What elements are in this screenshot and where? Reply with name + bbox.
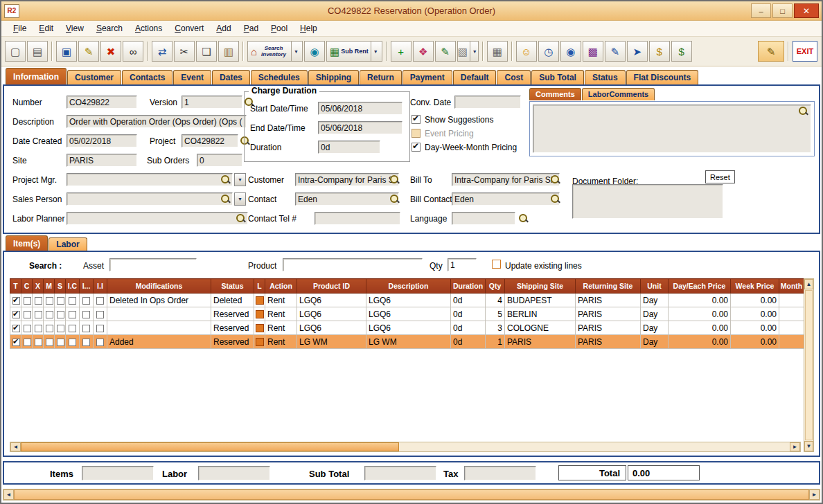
customer-field[interactable] bbox=[295, 173, 399, 186]
delete-icon[interactable]: ✖ bbox=[100, 41, 121, 62]
tab-labor[interactable]: Labor bbox=[48, 237, 87, 251]
row-checkbox[interactable] bbox=[57, 325, 64, 332]
maximize-button[interactable]: □ bbox=[772, 3, 793, 18]
row-checkbox[interactable] bbox=[35, 297, 42, 305]
chart-icon[interactable]: $ bbox=[671, 41, 692, 62]
tab-cost[interactable]: Cost bbox=[497, 70, 531, 84]
tab-return[interactable]: Return bbox=[360, 70, 402, 84]
sales-person-lookup-icon[interactable] bbox=[220, 194, 231, 204]
row-checkbox[interactable] bbox=[46, 339, 53, 346]
dropdown-icon[interactable]: ▼ bbox=[371, 42, 379, 61]
col-header-status[interactable]: Status bbox=[211, 279, 254, 294]
save-icon[interactable]: ▣ bbox=[56, 41, 77, 62]
col-header-i[interactable]: I... bbox=[80, 279, 94, 294]
comments-text-area[interactable] bbox=[533, 105, 811, 153]
table-row[interactable]: ReservedRentLGQ6LGQ60d5BERLINPARISDay0.0… bbox=[10, 307, 804, 321]
row-checkbox[interactable] bbox=[46, 297, 53, 305]
col-header-qty[interactable]: Qty bbox=[486, 279, 505, 294]
money-icon[interactable]: $ bbox=[649, 41, 670, 62]
row-checkbox[interactable] bbox=[24, 325, 31, 332]
group-icon[interactable]: ❖ bbox=[413, 41, 434, 62]
contact-lookup-icon[interactable] bbox=[389, 194, 400, 204]
tab-flat-discounts[interactable]: Flat Discounts bbox=[626, 70, 699, 84]
menu-pad[interactable]: Pad bbox=[238, 22, 265, 35]
language-lookup-icon[interactable] bbox=[518, 213, 529, 224]
col-header-s[interactable]: S bbox=[55, 279, 66, 294]
col-header-i-c[interactable]: I.C bbox=[66, 279, 80, 294]
row-checkbox[interactable] bbox=[24, 297, 31, 305]
menu-edit[interactable]: Edit bbox=[33, 22, 60, 35]
col-header-modifications[interactable]: Modifications bbox=[107, 279, 211, 294]
tab-status[interactable]: Status bbox=[585, 70, 626, 84]
row-checkbox[interactable] bbox=[35, 339, 42, 346]
document-folder-box[interactable] bbox=[572, 184, 723, 219]
vscroll-thumb[interactable] bbox=[805, 290, 813, 440]
row-checkbox[interactable] bbox=[57, 297, 64, 305]
print-icon[interactable]: ▤ bbox=[27, 41, 48, 62]
menu-convert[interactable]: Convert bbox=[168, 22, 210, 35]
row-checkbox[interactable] bbox=[96, 325, 104, 332]
report-icon[interactable]: ✎ bbox=[605, 41, 626, 62]
row-checkbox[interactable] bbox=[69, 297, 76, 305]
row-checkbox[interactable] bbox=[57, 311, 64, 318]
tab-item-s[interactable]: Item(s) bbox=[6, 235, 48, 251]
copy-icon[interactable]: ❏ bbox=[196, 41, 217, 62]
labor-planner-field[interactable] bbox=[67, 212, 248, 225]
qty-input[interactable] bbox=[448, 258, 477, 271]
row-checkbox[interactable] bbox=[96, 339, 104, 346]
row-checkbox[interactable] bbox=[82, 297, 90, 305]
row-checkbox[interactable] bbox=[12, 297, 20, 305]
col-header-t[interactable]: T bbox=[10, 279, 21, 294]
tab-contacts[interactable]: Contacts bbox=[122, 70, 172, 84]
table-row[interactable]: ReservedRentLGQ6LGQ60d3COLOGNEPARISDay0.… bbox=[10, 321, 804, 335]
disc-icon[interactable]: ◉ bbox=[560, 41, 581, 62]
scroll-left-icon[interactable]: ◄ bbox=[10, 442, 21, 451]
menu-view[interactable]: View bbox=[60, 22, 90, 35]
cards-icon[interactable]: ▧▼ bbox=[457, 41, 479, 62]
col-header-returning-site[interactable]: Returning Site bbox=[576, 279, 641, 294]
col-header-unit[interactable]: Unit bbox=[641, 279, 669, 294]
date-created-field[interactable] bbox=[67, 134, 137, 147]
col-header-shipping-site[interactable]: Shipping Site bbox=[505, 279, 576, 294]
memo-icon[interactable]: ✎ bbox=[435, 41, 456, 62]
minimize-button[interactable]: – bbox=[751, 3, 771, 18]
event-pricing-checkbox[interactable] bbox=[412, 129, 421, 138]
menu-pool[interactable]: Pool bbox=[265, 22, 294, 35]
table-row[interactable]: Deleted In Ops OrderDeletedRentLGQ6LGQ60… bbox=[10, 294, 804, 307]
menu-help[interactable]: Help bbox=[294, 22, 324, 35]
row-checkbox[interactable] bbox=[12, 311, 20, 318]
bottom-scrollbar[interactable]: ◄ ► bbox=[3, 489, 820, 501]
col-header-duration[interactable]: Duration bbox=[451, 279, 486, 294]
cut-icon[interactable]: ✂ bbox=[174, 41, 195, 62]
tab-dates[interactable]: Dates bbox=[212, 70, 250, 84]
row-checkbox[interactable] bbox=[24, 339, 31, 346]
row-checkbox[interactable] bbox=[82, 339, 90, 346]
row-checkbox[interactable] bbox=[69, 325, 76, 332]
col-header-l[interactable]: L bbox=[254, 279, 265, 294]
row-checkbox[interactable] bbox=[69, 339, 76, 346]
col-header-month[interactable]: Month bbox=[779, 279, 804, 294]
row-checkbox[interactable] bbox=[57, 339, 64, 346]
scroll-down-icon[interactable]: ▼ bbox=[804, 441, 813, 451]
exit-button[interactable]: EXIT bbox=[793, 41, 817, 62]
contact-field[interactable] bbox=[295, 192, 399, 206]
end-date-field[interactable] bbox=[318, 121, 402, 134]
machine-icon[interactable]: ▦ bbox=[487, 41, 508, 62]
project-mgr-field[interactable] bbox=[67, 173, 233, 186]
pool-icon[interactable]: ◉ bbox=[304, 41, 325, 62]
row-checkbox[interactable] bbox=[96, 297, 104, 305]
site-field[interactable] bbox=[67, 154, 137, 167]
find-icon[interactable]: ∞ bbox=[123, 41, 143, 62]
tab-payment[interactable]: Payment bbox=[402, 70, 452, 84]
row-checkbox[interactable] bbox=[46, 325, 53, 332]
bottom-scroll-thumb[interactable] bbox=[14, 489, 809, 500]
add-icon[interactable]: + bbox=[391, 41, 412, 62]
row-checkbox[interactable] bbox=[46, 311, 53, 318]
tab-laborcomments[interactable]: LaborComments bbox=[582, 88, 655, 100]
sales-person-field[interactable] bbox=[67, 192, 233, 206]
row-checkbox[interactable] bbox=[35, 311, 42, 318]
col-header-day-each-price[interactable]: Day/Each Price bbox=[669, 279, 731, 294]
bill-contact-field[interactable] bbox=[452, 192, 560, 206]
edit-icon[interactable]: ✎ bbox=[78, 41, 99, 62]
asset-input[interactable] bbox=[109, 258, 197, 271]
